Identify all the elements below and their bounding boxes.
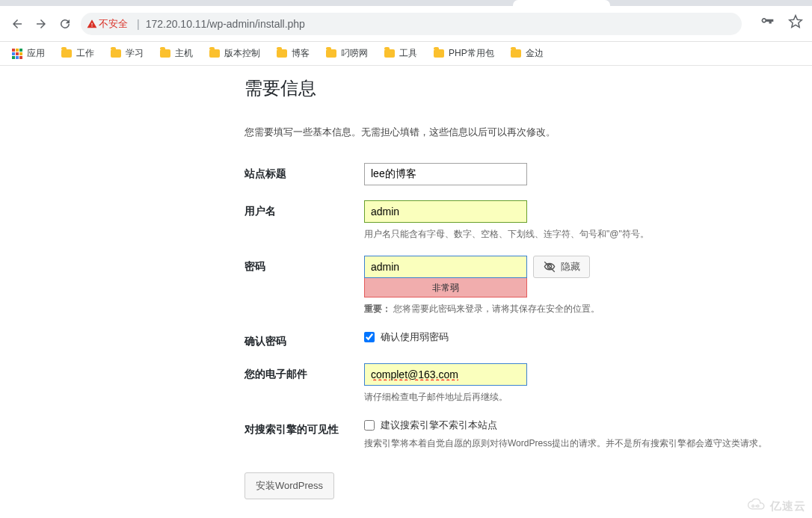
browser-tab[interactable] [12,0,109,6]
bookmark-label: 学习 [126,47,144,60]
confirm-password-label: 确认密码 [244,330,364,363]
browser-tab-active[interactable] [513,0,610,6]
bookmarks-bar: 应用 工作 学习 主机 版本控制 博客 叼唠网 工具 PHP常用包 金边 [0,42,812,66]
browser-tab[interactable] [212,0,310,6]
bookmark-label: 博客 [292,47,310,60]
url-text: 172.20.10.11/wp-admin/install.php [146,18,305,30]
bookmark-folder[interactable]: 叼唠网 [326,47,368,60]
username-desc: 用户名只能含有字母、数字、空格、下划线、连字符、句号和"@"符号。 [364,227,767,241]
folder-icon [384,49,395,58]
browser-tab[interactable] [713,0,811,6]
site-title-input[interactable] [364,163,527,185]
bookmark-star-icon[interactable] [788,14,803,33]
page-intro: 您需要填写一些基本信息。无需担心填错，这些信息以后可以再次修改。 [244,126,812,139]
bookmark-folder[interactable]: 金边 [511,47,544,60]
weak-password-checkbox[interactable] [364,332,375,342]
password-important-text: 您将需要此密码来登录，请将其保存在安全的位置。 [393,303,600,314]
browser-tab[interactable] [413,0,510,6]
apps-icon [12,49,22,59]
folder-icon [209,49,220,58]
apps-label: 应用 [27,47,45,60]
email-label: 您的电子邮件 [244,363,364,419]
bookmark-label: 主机 [175,47,193,60]
seo-desc: 搜索引擎将本着自觉自愿的原则对待WordPress提出的请求。并不是所有搜索引擎… [364,437,767,450]
page-content: 需要信息 您需要填写一些基本信息。无需担心填错，这些信息以后可以再次修改。 站点… [0,66,812,499]
eye-off-icon [543,260,556,274]
hide-label: 隐藏 [561,260,580,274]
cloud-icon [746,499,766,514]
key-icon[interactable] [760,14,775,33]
forward-button[interactable] [33,16,49,32]
bookmark-folder[interactable]: 学习 [111,47,144,60]
folder-icon [326,49,336,58]
browser-tab[interactable] [313,0,410,6]
password-important-prefix: 重要： [364,303,391,314]
svg-point-1 [757,505,759,508]
bookmark-label: 工作 [76,47,94,60]
watermark-text: 亿速云 [770,499,806,514]
apps-button[interactable]: 应用 [12,47,45,60]
folder-icon [511,49,521,58]
bookmark-folder[interactable]: 版本控制 [209,47,260,60]
password-input[interactable] [364,256,527,278]
bookmark-label: 工具 [399,47,417,60]
folder-icon [277,49,287,58]
browser-toolbar: 不安全 | 172.20.10.11/wp-admin/install.php [0,6,812,42]
insecure-warning: 不安全 [87,17,128,31]
hide-password-button[interactable]: 隐藏 [533,256,590,278]
seo-discourage-checkbox[interactable] [364,420,375,431]
address-bar[interactable]: 不安全 | 172.20.10.11/wp-admin/install.php [81,13,742,35]
bookmark-folder[interactable]: 主机 [160,47,193,60]
tab-strip [0,0,812,6]
site-title-label: 站点标题 [244,163,364,200]
bookmark-label: PHP常用包 [449,47,494,60]
username-input[interactable] [364,200,527,223]
bookmark-label: 叼唠网 [341,47,368,60]
weak-password-text: 确认使用弱密码 [381,330,449,344]
install-button[interactable]: 安装WordPress [244,472,334,499]
folder-icon [160,49,170,58]
seo-visibility-label: 对搜索引擎的可见性 [244,419,364,465]
insecure-label: 不安全 [99,17,128,31]
bookmark-folder[interactable]: 博客 [277,47,310,60]
email-desc: 请仔细检查电子邮件地址后再继续。 [364,390,767,404]
back-button[interactable] [9,16,25,32]
password-label: 密码 [244,256,364,330]
watermark: 亿速云 [746,499,806,514]
browser-tab[interactable] [112,0,209,6]
page-heading: 需要信息 [244,76,812,100]
install-form: 站点标题 用户名 用户名只能含有字母、数字、空格、下划线、连字符、句号和"@"符… [244,163,767,465]
seo-discourage[interactable]: 建议搜索引擎不索引本站点 [364,419,767,432]
bookmark-folder[interactable]: PHP常用包 [434,47,494,60]
email-input[interactable] [364,363,527,386]
password-strength: 非常弱 [364,278,527,297]
folder-icon [111,49,121,58]
bookmark-folder[interactable]: 工作 [61,47,94,60]
password-important: 重要： 您将需要此密码来登录，请将其保存在安全的位置。 [364,302,767,315]
bookmark-label: 金边 [526,47,544,60]
folder-icon [61,49,72,58]
browser-tab[interactable] [613,0,710,6]
weak-password-confirm[interactable]: 确认使用弱密码 [364,330,767,344]
bookmark-folder[interactable]: 工具 [384,47,417,60]
separator: | [137,18,140,30]
bookmark-label: 版本控制 [224,47,260,60]
seo-discourage-text: 建议搜索引擎不索引本站点 [381,419,497,432]
svg-point-0 [752,505,754,508]
folder-icon [434,49,444,58]
reload-button[interactable] [57,16,73,32]
username-label: 用户名 [244,200,364,256]
